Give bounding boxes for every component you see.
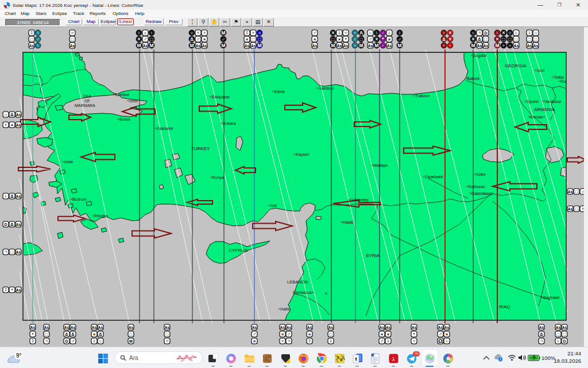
svg-text:+Tbilisi: +Tbilisi <box>551 75 564 79</box>
svg-text:×: × <box>314 37 316 42</box>
svg-text:♅: ♅ <box>412 338 416 344</box>
svg-text:As: As <box>16 113 21 117</box>
svg-text:Yerevan+: Yerevan+ <box>528 115 546 119</box>
svg-text:×: × <box>387 332 390 337</box>
svg-text:♆: ♆ <box>353 43 357 48</box>
svg-text:As: As <box>386 325 391 329</box>
svg-text:+Ankara: +Ankara <box>220 121 235 125</box>
svg-text:♄: ♄ <box>375 30 378 36</box>
svg-text:×: × <box>246 37 249 42</box>
svg-text:SEA: SEA <box>83 94 91 98</box>
svg-text:×: × <box>338 37 341 42</box>
svg-text:□: □ <box>515 37 518 42</box>
svg-text:∆: ∆ <box>540 332 543 337</box>
svg-text:□: □ <box>563 332 566 337</box>
svg-text:×: × <box>449 30 452 36</box>
svg-text:M: M <box>137 43 141 48</box>
svg-text:♀: ♀ <box>386 338 390 344</box>
svg-text:♀: ♀ <box>36 30 40 36</box>
svg-text:♃: ♃ <box>3 248 7 255</box>
svg-text:□: □ <box>150 36 153 42</box>
svg-text:+Samsun: +Samsun <box>316 86 334 90</box>
svg-text:♂: ♂ <box>252 331 256 337</box>
svg-text:×: × <box>472 36 475 42</box>
svg-text:+Izmit: +Izmit <box>127 99 138 103</box>
svg-text:♅: ♅ <box>190 30 194 36</box>
svg-text:λ: λ <box>392 356 395 362</box>
svg-text:As: As <box>539 325 544 329</box>
svg-text:×: × <box>138 36 141 42</box>
svg-text:M: M <box>397 43 401 48</box>
svg-text:As: As <box>143 44 148 48</box>
svg-text:As: As <box>70 44 75 48</box>
svg-text:□: □ <box>258 36 261 42</box>
svg-text:♅: ♅ <box>471 30 475 36</box>
svg-text:As: As <box>380 325 385 329</box>
svg-text:+Batumi: +Batumi <box>465 76 479 80</box>
svg-text:♄: ♄ <box>36 43 40 48</box>
svg-text:♀: ♀ <box>527 29 531 36</box>
svg-text:+Malatya: +Malatya <box>371 163 388 168</box>
svg-text:∆: ∆ <box>65 332 68 337</box>
svg-text:□: □ <box>331 36 334 42</box>
svg-text:♃: ♃ <box>477 29 481 36</box>
svg-text:As: As <box>16 288 21 292</box>
svg-text:+DalaVakasir: +DalaVakasir <box>469 191 493 195</box>
svg-text:As: As <box>251 44 256 48</box>
svg-text:As: As <box>280 325 285 329</box>
svg-text:As: As <box>71 325 76 329</box>
svg-text:As: As <box>562 325 567 329</box>
svg-text:M: M <box>129 339 133 343</box>
svg-text:♂: ♂ <box>368 36 372 42</box>
svg-text:♂: ♂ <box>36 36 40 42</box>
svg-text:□: □ <box>557 332 560 337</box>
svg-text:CYPRUS: CYPRUS <box>229 248 247 253</box>
svg-text:M: M <box>495 43 499 48</box>
svg-text:+Zugdidi: +Zugdidi <box>471 53 486 58</box>
svg-text:A: A <box>359 30 363 36</box>
svg-text:♅: ♅ <box>508 43 512 48</box>
svg-text:M: M <box>331 43 335 48</box>
svg-text:□: □ <box>330 332 332 337</box>
svg-text:□: □ <box>71 37 74 42</box>
svg-text:♃: ♃ <box>258 30 261 36</box>
svg-text:♄: ♄ <box>514 29 518 36</box>
svg-text:×: × <box>376 36 378 42</box>
svg-text:+Konya: +Konya <box>210 175 224 180</box>
svg-text:♂: ♂ <box>143 36 147 42</box>
svg-text:♀: ♀ <box>328 338 332 344</box>
svg-text:♅: ♅ <box>165 338 169 344</box>
svg-text:+Eskipazar: +Eskipazar <box>210 95 230 99</box>
svg-text:□: □ <box>45 332 48 337</box>
svg-text:+Baghdad: +Baghdad <box>541 296 559 300</box>
svg-text:+Izmir: +Izmir <box>62 160 74 164</box>
svg-text:☿: ☿ <box>29 29 33 36</box>
svg-text:×: × <box>11 122 14 128</box>
svg-text:As: As <box>287 325 292 329</box>
svg-text:♆: ♆ <box>251 29 255 36</box>
svg-text:☿: ☿ <box>3 286 7 293</box>
svg-text:♇: ♇ <box>448 43 452 48</box>
svg-text:×: × <box>281 332 284 337</box>
svg-text:♂: ♂ <box>438 331 442 337</box>
svg-text:♄: ♄ <box>556 338 560 344</box>
svg-text:♂: ♂ <box>380 338 384 344</box>
svg-text:□: □ <box>508 36 511 42</box>
svg-text:×: × <box>308 332 311 337</box>
svg-text:○: ○ <box>353 36 356 42</box>
svg-text:As: As <box>556 325 561 329</box>
svg-text:□: □ <box>11 250 14 255</box>
svg-text:As: As <box>245 44 250 48</box>
svg-text:♂: ♂ <box>312 29 316 36</box>
svg-text:M: M <box>359 43 363 48</box>
svg-text:As: As <box>129 325 134 329</box>
svg-text:+Küfre: +Küfre <box>474 172 486 177</box>
svg-text:As: As <box>527 44 532 48</box>
svg-text:×: × <box>502 30 505 36</box>
svg-text:☿: ☿ <box>30 338 34 344</box>
svg-text:♂: ♂ <box>196 36 200 42</box>
svg-text:As: As <box>568 207 573 211</box>
svg-text:M: M <box>221 30 225 36</box>
svg-text:SYRIA: SYRIA <box>366 253 380 258</box>
svg-text:As: As <box>92 325 97 329</box>
